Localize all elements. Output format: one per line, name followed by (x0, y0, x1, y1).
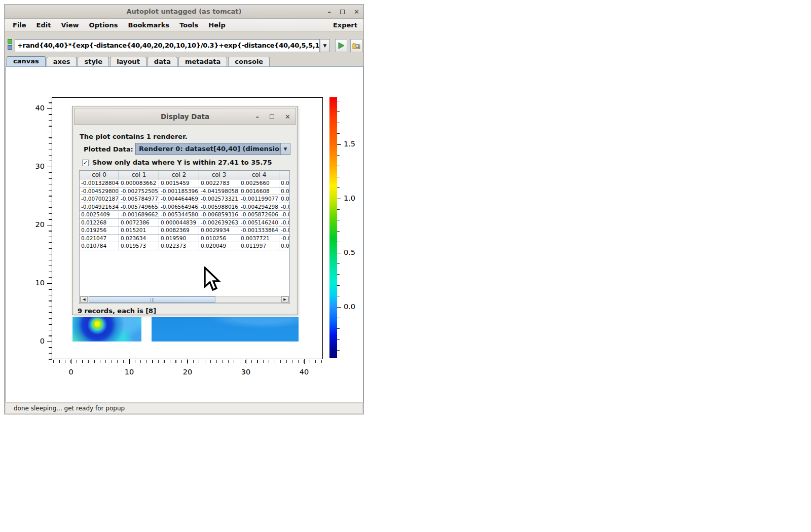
table-cell[interactable]: -0.001328804... (80, 179, 119, 187)
filter-checkbox[interactable]: ✓ (82, 160, 89, 166)
table-row[interactable]: -0.004921634...-0.005749665...-0.0065649… (80, 203, 289, 211)
table-cell[interactable]: 0.019256 (80, 226, 119, 235)
table-cell[interactable]: 0.0015459 (159, 179, 199, 187)
table-cell[interactable]: -0.004921634... (80, 203, 119, 211)
table-cell[interactable]: 0.019573 (119, 242, 159, 250)
table-cell[interactable]: 0.00 (279, 187, 290, 196)
table-cell[interactable]: -0.004464469... (159, 195, 199, 203)
table-cell[interactable]: -0.005784977... (119, 195, 159, 203)
table-cell[interactable]: 0.00 (279, 195, 290, 203)
table-cell[interactable]: 0.011997 (239, 242, 279, 250)
tab-canvas[interactable]: canvas (7, 56, 46, 66)
table-cell[interactable]: 0.00 (279, 242, 290, 250)
column-header[interactable]: col 3 (199, 171, 239, 179)
table-cell[interactable]: -0.006859316... (199, 211, 239, 219)
scroll-right-icon[interactable]: ▶ (281, 296, 288, 302)
table-row[interactable]: -0.007002187...-0.005784977...-0.0044644… (80, 195, 289, 203)
column-header[interactable]: col 1 (119, 171, 159, 179)
table-cell[interactable]: 0.0029934 (199, 226, 239, 235)
table-row[interactable]: 0.0107840.0195730.0223730.0200490.011997… (80, 242, 289, 250)
table-cell[interactable]: 0.0022783 (199, 179, 239, 187)
tab-console[interactable]: console (228, 57, 270, 66)
table-cell[interactable]: 0.0016608 (239, 187, 279, 196)
heatmap-strip-left[interactable] (72, 317, 141, 341)
menu-file[interactable]: File (8, 21, 31, 29)
table-cell[interactable]: -0.0 (279, 226, 290, 235)
tab-layout[interactable]: layout (110, 57, 146, 66)
menu-tools[interactable]: Tools (174, 21, 203, 29)
table-cell[interactable]: -0.005344580... (159, 211, 199, 219)
table-row[interactable]: -0.004529800...-0.002752505...-0.0011853… (80, 187, 289, 196)
table-cell[interactable]: -0.002639263... (199, 219, 239, 227)
table-cell[interactable]: 0.000083662 (119, 179, 159, 187)
chevron-down-icon[interactable]: ▼ (280, 143, 290, 155)
column-header[interactable] (279, 171, 290, 179)
table-cell[interactable]: 0.022373 (159, 242, 199, 250)
menu-view[interactable]: View (56, 21, 84, 29)
heatmap-strip-right[interactable] (152, 317, 299, 341)
table-cell[interactable]: 0.020049 (199, 242, 239, 250)
table-cell[interactable]: -0.007002187... (80, 195, 119, 203)
table-cell[interactable]: 0.010784 (80, 242, 119, 250)
uri-input[interactable]: +rand{40,40}*{exp{-distance{40,40,20,20,… (15, 39, 320, 52)
table-cell[interactable]: -0.005872606... (239, 211, 279, 219)
table-cell[interactable]: 0.012268 (80, 219, 119, 227)
scrollbar-thumb[interactable] (89, 296, 215, 302)
table-cell[interactable]: -0.004529800... (80, 187, 119, 196)
table-cell[interactable]: -0.001199077... (239, 195, 279, 203)
table-row[interactable]: 0.0192560.0152010.00823690.0029934-0.001… (80, 226, 289, 235)
table-cell[interactable]: 0.0072386 (119, 219, 159, 227)
table-cell[interactable]: -0.005749665... (119, 203, 159, 211)
table-cell[interactable]: 0.0082369 (159, 226, 199, 235)
menu-options[interactable]: Options (84, 21, 123, 29)
scrollbar-track[interactable] (88, 296, 281, 302)
table-cell[interactable]: -0.006564946... (159, 203, 199, 211)
dialog-maximize-icon[interactable] (270, 113, 274, 120)
table-cell[interactable]: 0.010256 (199, 235, 239, 243)
open-file-button[interactable] (350, 39, 362, 52)
tab-metadata[interactable]: metadata (178, 57, 227, 66)
table-cell[interactable]: -0.001689662... (119, 211, 159, 219)
plot-go-button[interactable] (335, 39, 347, 52)
scroll-left-icon[interactable]: ◀ (81, 296, 88, 302)
table-cell[interactable]: -0.002752505... (119, 187, 159, 196)
table-cell[interactable]: -0.001185396... (159, 187, 199, 196)
table-cell[interactable]: -0.002573321... (199, 195, 239, 203)
dialog-close-icon[interactable]: ✕ (285, 113, 290, 120)
menu-edit[interactable]: Edit (31, 21, 56, 29)
table-cell[interactable]: 0.021047 (80, 235, 119, 243)
table-cell[interactable]: -0.004294298... (239, 203, 279, 211)
column-header[interactable]: col 0 (80, 171, 119, 179)
tab-style[interactable]: style (78, 57, 109, 66)
column-header[interactable]: col 2 (159, 171, 199, 179)
table-cell[interactable]: 0.023634 (119, 235, 159, 243)
uri-dropdown-button[interactable]: ▼ (320, 39, 330, 52)
menu-help[interactable]: Help (203, 21, 230, 29)
close-icon[interactable]: ✕ (354, 9, 359, 15)
column-header[interactable]: col 4 (239, 171, 279, 179)
table-cell[interactable]: 0.00 (279, 179, 290, 187)
table-cell[interactable]: -0.0 (279, 219, 290, 227)
menu-bookmarks[interactable]: Bookmarks (123, 21, 175, 29)
tab-data[interactable]: data (148, 57, 177, 66)
dialog-minimize-icon[interactable]: – (256, 113, 260, 120)
table-cell[interactable]: 0.019590 (159, 235, 199, 243)
table-cell[interactable]: 0.000044839 (159, 219, 199, 227)
table-cell[interactable]: -0.0 (279, 211, 290, 219)
menu-expert[interactable]: Expert (333, 21, 360, 29)
table-cell[interactable]: -4.041598058... (199, 187, 239, 196)
table-cell[interactable]: 0.0025660 (239, 179, 279, 187)
table-cell[interactable]: -0.001333864... (239, 226, 279, 235)
table-cell[interactable]: 0.015201 (119, 226, 159, 235)
table-row[interactable]: 0.0210470.0236340.0195900.0102560.003772… (80, 235, 289, 243)
table-row[interactable]: -0.001328804...0.0000836620.00154590.002… (80, 179, 289, 187)
table-cell[interactable]: -0.005988016... (199, 203, 239, 211)
dialog-titlebar[interactable]: Display Data – ✕ (74, 108, 296, 125)
table-cell[interactable]: -0.0 (279, 235, 290, 243)
maximize-icon[interactable] (340, 9, 345, 15)
tab-axes[interactable]: axes (47, 57, 77, 66)
table-row[interactable]: 0.0025409-0.001689662...-0.005344580...-… (80, 211, 289, 219)
table-cell[interactable]: 0.0037721 (239, 235, 279, 243)
minimize-icon[interactable]: – (328, 9, 331, 15)
table-cell[interactable]: -0.005146240... (239, 219, 279, 227)
